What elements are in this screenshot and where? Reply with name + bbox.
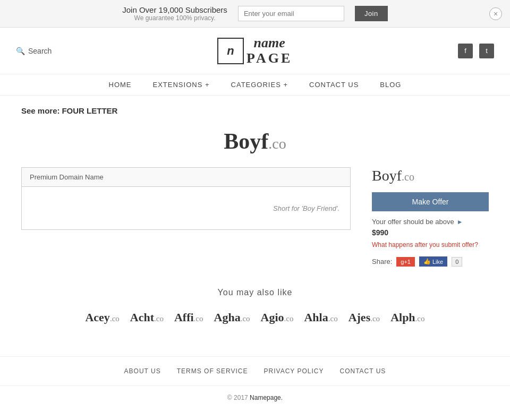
- domain-name-part: Boyf: [224, 129, 268, 153]
- domain-item-tld: .co: [328, 314, 338, 323]
- offer-price-row: Your offer should be above ►: [372, 218, 489, 226]
- offer-tld-part: .co: [402, 171, 414, 183]
- offer-domain-name: Boyf.co: [372, 167, 489, 184]
- domain-item-name: Acey: [85, 311, 109, 324]
- social-links: f t: [458, 44, 494, 58]
- domain-item-name: Alph: [390, 311, 415, 324]
- footer-copyright: © 2017 Namepage.: [0, 386, 510, 409]
- search-label: Search: [28, 47, 52, 55]
- domain-item-tld: .co: [194, 314, 203, 323]
- banner-close-button[interactable]: ×: [489, 7, 502, 20]
- fb-like-label: Like: [432, 259, 443, 265]
- header: 🔍 Search n name PAGE f t: [0, 28, 510, 74]
- domain-section: Premium Domain Name Short for 'Boy Frien…: [21, 167, 489, 267]
- footer-nav-link[interactable]: CONTACT US: [339, 367, 386, 375]
- footer: ABOUT USTERMS OF SERVICEPRIVACY POLICYCO…: [0, 356, 510, 409]
- footer-nav-link[interactable]: TERMS OF SERVICE: [177, 367, 248, 375]
- offer-name-part: Boyf: [372, 167, 402, 184]
- twitter-icon[interactable]: t: [479, 44, 494, 58]
- offer-arrow-icon: ►: [457, 218, 463, 226]
- domain-item-tld: .co: [415, 314, 425, 323]
- domain-card-body: Short for 'Boy Friend'.: [22, 187, 350, 229]
- domain-tld-part: .co: [268, 135, 286, 152]
- nav-home[interactable]: HOME: [109, 81, 132, 89]
- banner-email-input[interactable]: [238, 6, 344, 21]
- domain-description: Short for 'Boy Friend'.: [273, 204, 339, 212]
- see-more: See more: FOUR LETTER: [21, 106, 489, 115]
- domain-item-name: Agha: [214, 311, 241, 324]
- nav-contact[interactable]: CONTACT US: [309, 81, 359, 89]
- logo-page-word: PAGE: [246, 51, 292, 66]
- domain-item-tld: .co: [110, 314, 120, 323]
- search-link[interactable]: 🔍 Search: [16, 47, 52, 55]
- see-more-text: FOUR LETTER: [62, 106, 117, 115]
- footer-nav: ABOUT USTERMS OF SERVICEPRIVACY POLICYCO…: [0, 357, 510, 386]
- facebook-like-button[interactable]: 👍 Like: [419, 256, 447, 267]
- facebook-icon[interactable]: f: [458, 44, 473, 58]
- domain-list-item[interactable]: Alph.co: [390, 311, 424, 324]
- make-offer-button[interactable]: Make Offer: [372, 192, 489, 211]
- domain-list-item[interactable]: Ajes.co: [348, 311, 380, 324]
- logo-name-word: name: [246, 36, 292, 51]
- see-more-prefix: See more:: [21, 106, 60, 115]
- logo[interactable]: n name PAGE: [217, 36, 292, 66]
- nav-categories[interactable]: CATEGORIES +: [231, 81, 288, 89]
- what-happens-link[interactable]: What happens after you submit offer?: [372, 241, 489, 248]
- footer-brand-link[interactable]: Namepage.: [250, 394, 283, 401]
- banner-join-button[interactable]: Join: [355, 6, 388, 21]
- domain-list: Acey.coAcht.coAffi.coAgha.coAgio.coAhla.…: [21, 311, 489, 324]
- share-row: Share: g+1 👍 Like 0: [372, 256, 489, 267]
- domain-card-header: Premium Domain Name: [22, 168, 350, 187]
- main-content: See more: FOUR LETTER Boyf.co Premium Do…: [0, 96, 510, 356]
- banner-text: Join Over 19,000 Subscribers We guarante…: [122, 5, 227, 22]
- domain-item-name: Agio: [261, 311, 284, 324]
- facebook-count: 0: [452, 257, 462, 267]
- domain-item-name: Acht: [130, 311, 154, 324]
- offer-price-amount: $990: [372, 228, 489, 237]
- logo-icon: n: [217, 38, 244, 64]
- domain-item-tld: .co: [241, 314, 250, 323]
- nav-extensions[interactable]: EXTENSIONS +: [153, 81, 210, 89]
- domain-list-item[interactable]: Agha.co: [214, 311, 250, 324]
- footer-nav-link[interactable]: PRIVACY POLICY: [264, 367, 324, 375]
- domain-list-item[interactable]: Acey.co: [85, 311, 119, 324]
- domain-list-item[interactable]: Ahla.co: [304, 311, 337, 324]
- offer-price-prefix: Your offer should be above: [372, 218, 454, 226]
- domain-item-name: Ahla: [304, 311, 328, 324]
- nav-blog[interactable]: BLOG: [380, 81, 401, 89]
- copyright-year: © 2017: [227, 394, 248, 401]
- domain-title-name: Boyf.co: [224, 129, 286, 153]
- also-like-section: You may also like Acey.coAcht.coAffi.coA…: [21, 288, 489, 324]
- top-banner: Join Over 19,000 Subscribers We guarante…: [0, 0, 510, 28]
- google-plus-button[interactable]: g+1: [396, 257, 415, 267]
- also-like-title: You may also like: [21, 288, 489, 297]
- domain-card: Premium Domain Name Short for 'Boy Frien…: [21, 167, 351, 230]
- main-nav: HOME EXTENSIONS + CATEGORIES + CONTACT U…: [0, 74, 510, 96]
- search-icon: 🔍: [16, 47, 25, 55]
- domain-list-item[interactable]: Affi.co: [174, 311, 203, 324]
- domain-item-tld: .co: [154, 314, 164, 323]
- gplus-label: g+1: [401, 259, 411, 265]
- domain-list-item[interactable]: Agio.co: [261, 311, 294, 324]
- fb-thumb-icon: 👍: [423, 258, 431, 265]
- banner-sub-text: We guarantee 100% privacy.: [122, 14, 227, 22]
- domain-item-name: Ajes: [348, 311, 371, 324]
- domain-item-tld: .co: [284, 314, 294, 323]
- domain-title-display: Boyf.co: [21, 128, 489, 154]
- domain-list-item[interactable]: Acht.co: [130, 311, 164, 324]
- offer-section: Boyf.co Make Offer Your offer should be …: [372, 167, 489, 267]
- banner-main-text: Join Over 19,000 Subscribers: [122, 5, 227, 14]
- footer-nav-link[interactable]: ABOUT US: [124, 367, 161, 375]
- domain-item-name: Affi: [174, 311, 194, 324]
- share-label: Share:: [372, 258, 392, 265]
- domain-item-tld: .co: [370, 314, 380, 323]
